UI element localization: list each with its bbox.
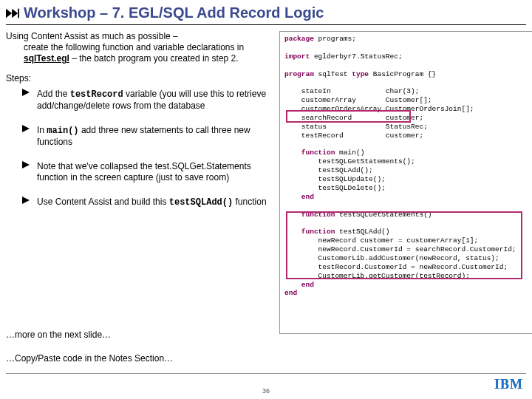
slide-title-row: Workshop – 7. EGL/SQL Add Record Logic (0, 0, 532, 23)
step-list: Add the testRecord variable (you will us… (6, 89, 272, 208)
code: customerOrdersArray CustomerOrdersJoin[]… (284, 105, 474, 113)
svg-rect-2 (18, 8, 19, 18)
fast-forward-icon (6, 8, 19, 18)
step-mono: main() (47, 126, 78, 136)
kw: function (284, 211, 335, 219)
kw: function (284, 149, 335, 157)
svg-marker-5 (22, 161, 30, 168)
code: testSQLGetStatements(); (284, 157, 415, 166)
intro-rest-a: create the following function and variab… (24, 42, 244, 52)
steps-label: Steps: (6, 73, 272, 84)
code: testSQLGetStatements() (335, 211, 432, 219)
list-item: Note that we've collapsed the test.SQLGe… (22, 161, 272, 183)
code: testSQLAdd() (335, 228, 389, 236)
code: CustomerLib.getCustomer(testRecord); (284, 272, 470, 280)
kw: program (284, 70, 314, 78)
bullet-icon (22, 89, 30, 96)
slide-title: Workshop – 7. EGL/SQL Add Record Logic (24, 4, 324, 21)
ibm-logo: IBM (494, 377, 523, 392)
list-item: Use Content Assist and build this testSQ… (22, 197, 272, 208)
kw: end (284, 193, 314, 201)
list-item: Add the testRecord variable (you will us… (22, 89, 272, 112)
code-pane: package programs; import eglderbyr7.Stat… (279, 31, 532, 334)
code: testSQLAdd(); (284, 166, 373, 174)
code: main() (335, 149, 364, 157)
list-item: In main() add three new statements to ca… (22, 125, 272, 148)
kw: import (284, 52, 310, 61)
code: testSQLDelete(); (284, 184, 386, 192)
code: BasicProgram {} (369, 70, 436, 78)
step-mono: testSQLAdd() (169, 197, 233, 208)
code: stateIn char(3); (284, 87, 419, 95)
step-mono: testRecord (70, 89, 123, 100)
kw: end (284, 281, 314, 289)
code: testSQLUpdate(); (284, 175, 386, 183)
kw: type (352, 70, 369, 78)
more-text-1: …more on the next slide… (6, 330, 111, 340)
kw: end (284, 289, 297, 297)
code: testRecord customer; (284, 132, 423, 140)
kw: function (284, 228, 335, 236)
code: testRecord.CustomerId = newRecord.Custom… (284, 263, 508, 271)
bullet-icon (22, 161, 30, 168)
step-text: In (37, 125, 47, 135)
step-text: Add the (37, 89, 70, 99)
intro-paragraph: Using Content Assist as much as possible… (6, 31, 272, 64)
bullet-icon (22, 125, 30, 132)
code: programs; (314, 35, 356, 43)
bullet-icon (22, 197, 30, 204)
code: CustomerLib.addCustomer(newRecord, statu… (284, 254, 499, 262)
svg-marker-1 (12, 8, 18, 18)
intro-bold: sqlTest.egl (24, 53, 69, 64)
code: customerArray Customer[]; (284, 96, 432, 104)
page-number: 36 (262, 387, 270, 395)
slide: Workshop – 7. EGL/SQL Add Record Logic U… (0, 0, 532, 399)
intro-line1: Using Content Assist as much as possible… (6, 31, 178, 41)
code: eglderbyr7.StatusRec; (310, 52, 402, 61)
step-text: Note that we've collapsed the test.SQLGe… (37, 161, 251, 183)
more-text-2: …Copy/Paste code in the Notes Section… (6, 353, 173, 364)
step-text: Use Content Assist and build this (37, 197, 169, 207)
title-underline (6, 24, 526, 25)
code: searchRecord customer; (284, 114, 423, 122)
svg-marker-3 (22, 89, 30, 96)
svg-marker-4 (22, 125, 30, 132)
svg-marker-6 (22, 197, 30, 204)
svg-marker-0 (6, 8, 12, 18)
step-text: function (233, 197, 266, 207)
body-text: Using Content Assist as much as possible… (6, 31, 272, 222)
code: newRecord customer = customerArray[1]; (284, 236, 478, 245)
code: sqlTest (314, 70, 352, 78)
code: newRecord.CustomerId = searchRecord.Cust… (284, 245, 516, 253)
intro-rest-b: – the batch program you created in step … (69, 53, 239, 64)
code: status StatusRec; (284, 123, 428, 131)
kw: package (284, 35, 314, 43)
